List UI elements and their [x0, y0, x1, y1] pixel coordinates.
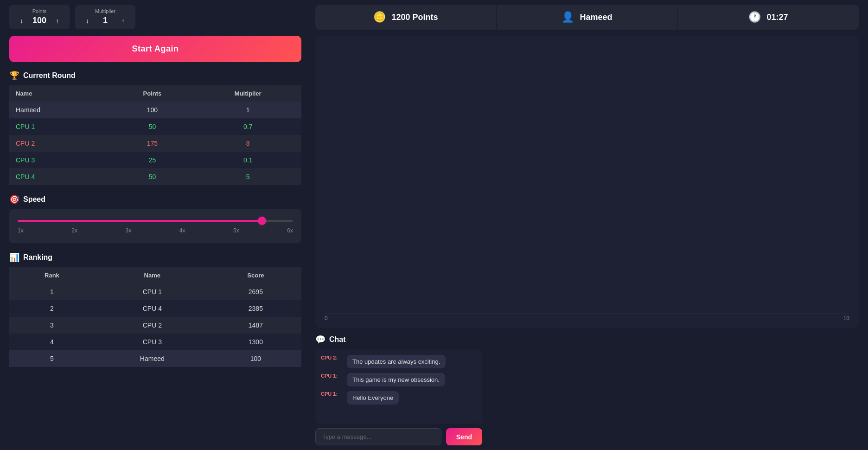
- chat-icon: 💬: [315, 334, 326, 345]
- speed-slider[interactable]: [18, 220, 293, 222]
- start-again-button[interactable]: Start Again: [9, 36, 301, 62]
- top-bar: 🪙 1200 Points 👤 Hameed 🕐 01:27: [315, 5, 859, 30]
- right-panel: 🪙 1200 Points 👤 Hameed 🕐 01:27 0 10: [311, 5, 859, 445]
- left-panel: Points ↓ 100 ↑ Multiplier ↓ 1 ↑ Start Ag…: [9, 5, 311, 445]
- table-row: Hameed 100 1: [9, 102, 301, 118]
- table-row: 2 CPU 4 2385: [9, 300, 301, 317]
- table-row: 1 CPU 1 2695: [9, 283, 301, 300]
- points-stepper: Points ↓ 100 ↑: [9, 5, 70, 29]
- cpu3-points-cell: 25: [110, 152, 194, 168]
- cpu1-mult-cell: 0.7: [194, 118, 301, 135]
- chat-section: 💬 Chat CPU 2: The updates are always exc…: [315, 334, 482, 445]
- points-decrement-button[interactable]: ↓: [17, 16, 26, 26]
- speed-label-2x: 2x: [71, 227, 77, 234]
- chart-inner: 0 10: [320, 41, 854, 323]
- rank-name-cell: CPU 2: [95, 317, 210, 334]
- multiplier-stepper: Multiplier ↓ 1 ↑: [75, 5, 135, 29]
- coins-icon: 🪙: [373, 11, 386, 23]
- rank-name-cell: CPU 4: [95, 300, 210, 317]
- points-label: Points: [32, 8, 47, 14]
- current-round-table: Name Points Multiplier Hameed 100 1 CPU …: [9, 85, 301, 185]
- rank-score-cell: 100: [210, 350, 301, 367]
- table-row: 5 Hameed 100: [9, 350, 301, 367]
- player-name: Hameed: [580, 13, 612, 22]
- timer-value: 01:27: [766, 13, 788, 22]
- rank-col-name: Name: [95, 267, 210, 283]
- cpu4-points-cell: 50: [110, 168, 194, 185]
- rank-name-cell: CPU 3: [95, 334, 210, 350]
- rank-score-cell: 1300: [210, 334, 301, 350]
- rank-col-rank: Rank: [9, 267, 95, 283]
- rank-cell: 4: [9, 334, 95, 350]
- multiplier-increment-button[interactable]: ↑: [119, 16, 128, 26]
- chat-title: Chat: [329, 335, 346, 344]
- speed-label-5x: 5x: [233, 227, 239, 234]
- cpu4-name-cell: CPU 4: [9, 168, 110, 185]
- chat-message: CPU 1: Hello Everyone: [321, 391, 477, 405]
- rank-cell: 5: [9, 350, 95, 367]
- chart-area: 0 10: [315, 36, 859, 328]
- col-multiplier: Multiplier: [194, 85, 301, 102]
- rank-score-cell: 2385: [210, 300, 301, 317]
- chart-label-max: 10: [843, 315, 849, 321]
- col-points: Points: [110, 85, 194, 102]
- chat-input-row: Send: [315, 428, 482, 445]
- chat-bubble: This game is my new obsession.: [347, 373, 445, 386]
- chat-sender: CPU 1:: [321, 373, 343, 379]
- rank-cell: 3: [9, 317, 95, 334]
- speed-title: Speed: [23, 195, 45, 204]
- chat-bubble: Hello Everyone: [347, 391, 399, 405]
- rank-name-cell: CPU 1: [95, 283, 210, 300]
- player-display: 👤 Hameed: [497, 5, 678, 30]
- chat-sender: CPU 1:: [321, 391, 343, 397]
- player-points-cell: 100: [110, 102, 194, 118]
- table-row: CPU 4 50 5: [9, 168, 301, 185]
- cpu2-mult-cell: 8: [194, 135, 301, 152]
- ranking-table: Rank Name Score 1 CPU 1 2695 2 CPU 4 238…: [9, 267, 301, 367]
- chat-messages: CPU 2: The updates are always exciting. …: [315, 349, 482, 424]
- current-round-section: 🏆 Current Round Name Points Multiplier H…: [9, 71, 301, 185]
- rank-col-score: Score: [210, 267, 301, 283]
- chart-x-axis: [325, 314, 849, 314]
- speed-icon: 🎯: [9, 194, 19, 205]
- multiplier-decrement-button[interactable]: ↓: [83, 16, 92, 26]
- speed-label-1x: 1x: [18, 227, 24, 234]
- ranking-icon: 📊: [9, 252, 19, 263]
- cpu2-points-cell: 175: [110, 135, 194, 152]
- points-display: 🪙 1200 Points: [315, 5, 497, 30]
- table-row: CPU 1 50 0.7: [9, 118, 301, 135]
- points-value: 100: [32, 16, 46, 26]
- cpu3-name-cell: CPU 3: [9, 152, 110, 168]
- player-icon: 👤: [562, 11, 574, 23]
- player-mult-cell: 1: [194, 102, 301, 118]
- ranking-title: Ranking: [23, 253, 52, 262]
- cpu3-mult-cell: 0.1: [194, 152, 301, 168]
- rank-cell: 1: [9, 283, 95, 300]
- timer-icon: 🕐: [748, 11, 761, 23]
- timer-display: 🕐 01:27: [678, 5, 859, 30]
- chat-input[interactable]: [315, 428, 441, 445]
- rank-name-cell: Hameed: [95, 350, 210, 367]
- current-round-title: Current Round: [23, 71, 76, 80]
- table-row: CPU 2 175 8: [9, 135, 301, 152]
- speed-label-3x: 3x: [126, 227, 132, 234]
- send-button[interactable]: Send: [446, 428, 482, 445]
- ranking-section: 📊 Ranking Rank Name Score 1 CPU 1 2695: [9, 252, 301, 367]
- chat-message: CPU 2: The updates are always exciting.: [321, 355, 477, 368]
- chat-sender: CPU 2:: [321, 355, 343, 360]
- top-controls: Points ↓ 100 ↑ Multiplier ↓ 1 ↑: [9, 5, 301, 29]
- speed-section: 🎯 Speed 1x 2x 3x 4x 5x 6x: [9, 194, 301, 243]
- speed-label-4x: 4x: [179, 227, 185, 234]
- speed-label-6x: 6x: [287, 227, 293, 234]
- table-row: 3 CPU 2 1487: [9, 317, 301, 334]
- chart-label-min: 0: [325, 315, 328, 321]
- player-name-cell: Hameed: [9, 102, 110, 118]
- current-round-icon: 🏆: [9, 71, 19, 81]
- rank-score-cell: 2695: [210, 283, 301, 300]
- rank-score-cell: 1487: [210, 317, 301, 334]
- points-increment-button[interactable]: ↑: [53, 16, 62, 26]
- cpu4-mult-cell: 5: [194, 168, 301, 185]
- multiplier-value: 1: [98, 16, 112, 26]
- total-points: 1200 Points: [391, 13, 438, 22]
- cpu2-name-cell: CPU 2: [9, 135, 110, 152]
